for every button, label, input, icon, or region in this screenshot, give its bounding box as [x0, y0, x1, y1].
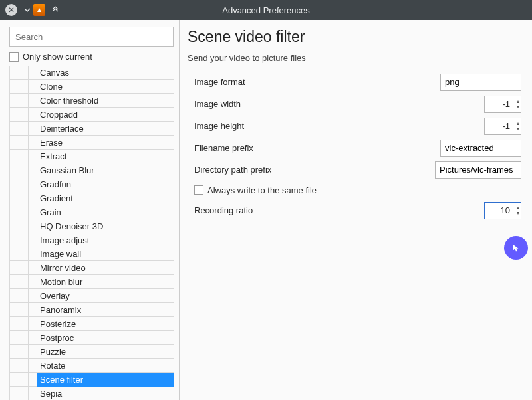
tree-item-label: Motion blur [37, 275, 174, 289]
tree-item[interactable]: Postproc [9, 331, 174, 345]
tree-item-label: Postproc [37, 331, 174, 345]
only-show-current-label: Only show current [23, 52, 92, 62]
image-format-label: Image format [188, 77, 440, 87]
tree-item-label: Extract [37, 150, 174, 163]
directory-prefix-input[interactable] [435, 161, 521, 179]
tree-item-label: Erase [37, 136, 174, 150]
tree-item-label: Gradfun [37, 177, 174, 191]
panel-title: Scene video filter [188, 28, 521, 49]
tree-item[interactable]: Clone [9, 80, 174, 94]
tree-item[interactable]: Color threshold [9, 94, 174, 108]
tree-item[interactable]: Rotate [9, 359, 174, 373]
tree-item[interactable]: Gradfun [9, 177, 174, 191]
spinner-arrows-icon: ▴▾ [511, 203, 519, 219]
directory-prefix-label: Directory path prefix [188, 165, 435, 175]
tree-item[interactable]: Sepia [9, 387, 174, 400]
image-format-input[interactable] [440, 74, 521, 91]
checkbox-icon [194, 185, 203, 195]
cursor-indicator-icon [504, 236, 528, 260]
tree-item-label: Canvas [37, 66, 174, 80]
filename-prefix-label: Filename prefix [188, 143, 440, 153]
tree-item[interactable]: Gaussian Blur [9, 163, 174, 177]
image-width-label: Image width [188, 99, 484, 109]
tree-item[interactable]: Extract [9, 150, 174, 163]
tree-item[interactable]: Motion blur [9, 275, 174, 289]
tree-item-label: Grain [37, 205, 174, 219]
panel-subtitle: Send your video to picture files [188, 53, 521, 63]
tree-item[interactable]: Erase [9, 136, 174, 150]
minimize-button[interactable] [21, 4, 33, 16]
image-height-label: Image height [188, 121, 484, 131]
tree-item[interactable]: Image wall [9, 247, 174, 261]
tree-item-label: Image wall [37, 247, 174, 261]
tree-item-label: Clone [37, 80, 174, 94]
sidebar: Only show current CanvasCloneColor thres… [0, 20, 180, 400]
tree-item[interactable]: Panoramix [9, 303, 174, 317]
window-title: Advanced Preferences [0, 5, 532, 15]
tree-item[interactable]: Deinterlace [9, 122, 174, 136]
search-input[interactable] [9, 27, 174, 47]
spinner-arrows-icon: ▴▾ [511, 118, 519, 134]
tree-item-label: HQ Denoiser 3D [37, 219, 174, 233]
tree-item-label: Gaussian Blur [37, 163, 174, 177]
tree-item[interactable]: Image adjust [9, 233, 174, 247]
tree-item[interactable]: Mirror video [9, 261, 174, 275]
tree-item-label: Posterize [37, 317, 174, 331]
checkbox-icon [9, 52, 19, 62]
tree-item[interactable]: Grain [9, 205, 174, 219]
app-icon [33, 4, 45, 16]
tree-item[interactable]: Overlay [9, 289, 174, 303]
tree-item[interactable]: Puzzle [9, 345, 174, 359]
tree-item-label: Scene filter [37, 373, 174, 387]
filename-prefix-input[interactable] [440, 140, 521, 157]
settings-panel: Scene video filter Send your video to pi… [180, 20, 532, 400]
tree-item-label: Sepia [37, 387, 174, 400]
filter-tree[interactable]: CanvasCloneColor thresholdCroppaddDeinte… [9, 66, 174, 400]
tree-item-label: Mirror video [37, 261, 174, 275]
tree-item-label: Panoramix [37, 303, 174, 317]
image-height-input[interactable]: -1 ▴▾ [484, 118, 521, 135]
spinner-arrows-icon: ▴▾ [511, 96, 519, 112]
tree-item[interactable]: Canvas [9, 66, 174, 80]
tree-item[interactable]: HQ Denoiser 3D [9, 219, 174, 233]
tree-item-label: Deinterlace [37, 122, 174, 136]
tree-item[interactable]: Scene filter [9, 373, 174, 387]
tree-item[interactable]: Posterize [9, 317, 174, 331]
tree-item-label: Gradient [37, 191, 174, 205]
tree-item[interactable]: Gradient [9, 191, 174, 205]
tree-item-label: Croppadd [37, 108, 174, 122]
recording-ratio-label: Recording ratio [188, 205, 484, 215]
close-button[interactable]: ✕ [5, 4, 17, 16]
titlebar: ✕ Advanced Preferences [0, 0, 532, 20]
tree-item-label: Image adjust [37, 233, 174, 247]
tree-item-label: Rotate [37, 359, 174, 373]
tree-item-label: Puzzle [37, 345, 174, 359]
tree-item-label: Overlay [37, 289, 174, 303]
image-width-input[interactable]: -1 ▴▾ [484, 96, 521, 113]
tree-item-label: Color threshold [37, 94, 174, 108]
tree-item[interactable]: Croppadd [9, 108, 174, 122]
always-write-checkbox[interactable]: Always write to the same file [188, 181, 521, 199]
maximize-button[interactable] [49, 4, 61, 16]
always-write-label: Always write to the same file [207, 185, 317, 195]
recording-ratio-input[interactable]: 10 ▴▾ [484, 202, 521, 219]
only-show-current-checkbox[interactable]: Only show current [9, 52, 174, 62]
